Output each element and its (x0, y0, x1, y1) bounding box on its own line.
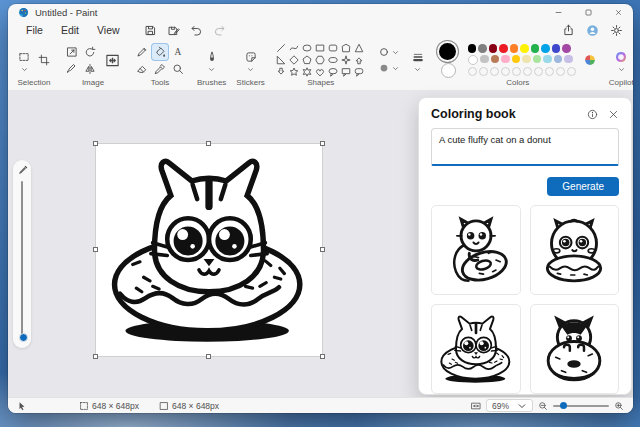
menu-edit[interactable]: Edit (53, 23, 87, 37)
selection-handle-top-middle[interactable] (206, 141, 211, 146)
color-swatch[interactable] (489, 44, 498, 53)
shape-speech-round-icon[interactable] (353, 66, 366, 78)
color-swatch[interactable] (468, 44, 477, 53)
color-swatch[interactable] (468, 55, 479, 66)
chevron-down-icon[interactable] (208, 66, 215, 73)
account-icon[interactable] (586, 24, 599, 37)
background-color-swatch[interactable] (441, 63, 456, 78)
line-size-button[interactable] (409, 48, 427, 66)
thumbnail-fluffy-cat-on-donut[interactable] (530, 205, 620, 295)
menu-file[interactable]: File (18, 23, 51, 37)
thumbnail-cat-inside-donut[interactable] (431, 304, 521, 394)
empty-color-slot[interactable] (501, 67, 510, 76)
pencil-tool-button[interactable] (133, 43, 151, 61)
empty-color-slot[interactable] (468, 67, 477, 76)
chevron-down-icon[interactable] (618, 66, 625, 73)
selection-handle-bottom-middle[interactable] (206, 354, 211, 359)
save-icon[interactable] (144, 24, 157, 37)
empty-color-slot[interactable] (534, 67, 543, 76)
info-icon[interactable] (587, 109, 598, 120)
shape-arrow-up-icon[interactable] (353, 54, 366, 66)
shape-hexagon-icon[interactable] (314, 54, 327, 66)
color-swatch[interactable] (501, 55, 510, 64)
shape-line-icon[interactable] (275, 42, 288, 54)
zoom-in-icon[interactable] (614, 401, 624, 411)
settings-icon[interactable] (610, 24, 623, 37)
tool-size-slider[interactable] (13, 160, 31, 348)
image-resize-button[interactable] (101, 46, 123, 74)
color-swatch[interactable] (531, 44, 540, 53)
close-panel-icon[interactable] (608, 109, 619, 120)
maximize-button[interactable] (573, 4, 603, 21)
thumbnail-black-white-cat-behind-donut[interactable] (530, 304, 620, 394)
rect-select-button[interactable] (15, 48, 33, 66)
share-icon[interactable] (562, 24, 575, 37)
fit-to-screen-icon[interactable] (471, 401, 481, 411)
color-swatch[interactable] (520, 44, 529, 53)
crop-button[interactable] (35, 51, 53, 69)
close-button[interactable] (603, 4, 633, 21)
color-swatch[interactable] (478, 44, 487, 53)
shape-four-point-star-icon[interactable] (340, 54, 353, 66)
color-swatch[interactable] (522, 55, 531, 64)
selection-handle-middle-right[interactable] (320, 247, 325, 252)
shape-triangle-icon[interactable] (353, 42, 366, 54)
text-tool-button[interactable]: A (169, 43, 187, 61)
generate-button[interactable]: Generate (547, 177, 619, 196)
shape-arrow-down-icon[interactable] (275, 66, 288, 78)
foreground-color-swatch[interactable] (439, 43, 456, 60)
color-swatch[interactable] (480, 55, 489, 64)
zoom-slider[interactable] (553, 405, 609, 407)
selection-handle-middle-left[interactable] (93, 247, 98, 252)
sticker-button[interactable] (242, 48, 260, 66)
markup-button[interactable] (63, 60, 81, 78)
shape-ellipse-icon[interactable] (301, 42, 314, 54)
shape-heart-icon[interactable] (314, 66, 327, 78)
prompt-input[interactable]: A cute fluffy cat on a donut (431, 128, 619, 166)
color-swatch[interactable] (541, 44, 550, 53)
color-swatch[interactable] (554, 55, 563, 64)
shape-fill-button[interactable] (377, 61, 392, 75)
slider-thumb[interactable] (19, 333, 28, 342)
flip-button[interactable] (81, 60, 99, 78)
redo-icon[interactable] (213, 24, 226, 37)
color-swatch[interactable] (512, 55, 521, 64)
shape-rounded-rectangle-icon[interactable] (327, 42, 340, 54)
empty-color-slot[interactable] (556, 67, 565, 76)
selection-handle-top-left[interactable] (93, 141, 98, 146)
zoom-level-dropdown[interactable]: 69% (486, 399, 533, 412)
color-swatch[interactable] (564, 55, 573, 64)
magnifier-tool-button[interactable] (169, 60, 187, 78)
color-swatch[interactable] (552, 44, 561, 53)
rotate-button[interactable] (81, 43, 99, 61)
zoom-slider-thumb[interactable] (560, 402, 567, 409)
chevron-down-icon[interactable] (414, 66, 421, 73)
shape-outline-button[interactable] (377, 45, 392, 59)
shape-pentagon-icon[interactable] (301, 54, 314, 66)
shape-diamond-icon[interactable] (288, 54, 301, 66)
chevron-down-icon[interactable] (247, 66, 254, 73)
shape-curve-icon[interactable] (288, 42, 301, 54)
zoom-out-icon[interactable] (538, 401, 548, 411)
empty-color-slot[interactable] (479, 67, 488, 76)
color-swatch[interactable] (533, 55, 542, 64)
selection-handle-bottom-right[interactable] (320, 354, 325, 359)
empty-color-slot[interactable] (512, 67, 521, 76)
color-swatch[interactable] (491, 55, 500, 64)
shape-polygon-icon[interactable] (340, 42, 353, 54)
thumbnail-cat-hugging-donut[interactable] (431, 205, 521, 295)
shape-right-triangle-icon[interactable] (275, 54, 288, 66)
minimize-button[interactable] (543, 4, 573, 21)
resize-button[interactable] (63, 43, 81, 61)
save-as-icon[interactable] (167, 24, 180, 37)
selection-handle-bottom-left[interactable] (93, 354, 98, 359)
menu-view[interactable]: View (89, 23, 128, 37)
copilot-icon[interactable] (612, 48, 630, 66)
drawing-canvas[interactable] (96, 144, 322, 356)
selection-handle-top-right[interactable] (320, 141, 325, 146)
color-swatch[interactable] (543, 55, 552, 64)
empty-color-slot[interactable] (490, 67, 499, 76)
eyedropper-tool-button[interactable] (151, 60, 169, 78)
undo-icon[interactable] (190, 24, 203, 37)
shape-six-point-star-icon[interactable] (301, 66, 314, 78)
